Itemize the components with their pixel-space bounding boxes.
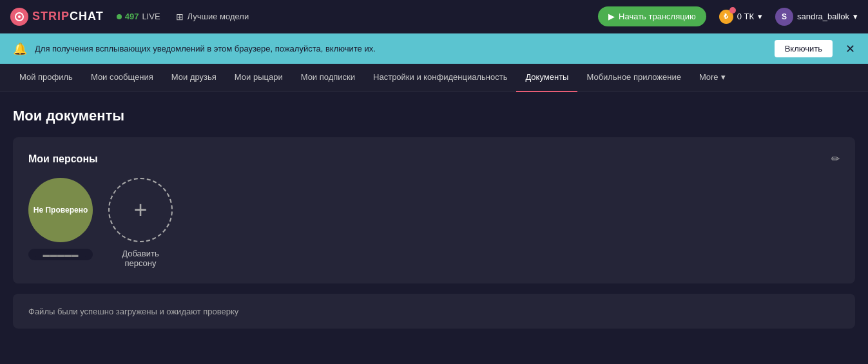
svg-point-1 [18,15,21,18]
username-label: sandra_ballok [797,12,849,21]
top-models-button[interactable]: ⊞ Лучшие модели [176,12,249,22]
page-title: Мои документы [13,108,855,124]
nav: Мой профиль Мои сообщения Мои друзья Мои… [0,64,868,92]
header-right: ▶ Начать трансляцию ₺ 0 ТК ▾ S sandra_ba… [598,6,858,26]
notification-text: Для получения всплывающих уведомлений в … [35,44,767,53]
token-icon: ₺ [719,10,733,24]
token-badge [729,7,736,14]
logo-icon [10,8,28,26]
nav-item-documents[interactable]: Документы [516,64,577,92]
user-button[interactable]: S sandra_ballok ▾ [775,8,858,26]
status-text: Файлы были успешно загружены и ожидают п… [28,307,238,316]
live-badge: 497 LIVE [117,12,160,21]
start-broadcast-label: Начать трансляцию [619,12,696,21]
avatar: S [775,8,793,26]
close-notification-button[interactable]: ✕ [845,42,855,56]
top-models-label: Лучшие модели [188,12,249,21]
nav-item-subscriptions[interactable]: Мои подписки [292,64,364,92]
main-content: Мои документы Мои персоны ✏ Не Проверено… [0,92,868,344]
logo[interactable]: STRIPCHAT [10,8,104,26]
card-header: Мои персоны ✏ [28,153,840,165]
tokens-label: 0 ТК [737,12,754,21]
live-dot [117,14,122,19]
nav-item-messages[interactable]: Мои сообщения [82,64,162,92]
persona-avatar[interactable]: Не Проверено [28,178,93,242]
persona-name: ▬▬▬▬▬ [28,249,93,260]
live-count: 497 [125,12,139,21]
nav-item-settings[interactable]: Настройки и конфиденциальность [364,64,516,92]
enable-notifications-button[interactable]: Включить [775,40,833,57]
status-card: Файлы были успешно загружены и ожидают п… [13,294,855,329]
header: STRIPCHAT 497 LIVE ⊞ Лучшие модели ▶ Нач… [0,0,868,34]
persona-item: Не Проверено ▬▬▬▬▬ [28,178,93,260]
nav-item-knights[interactable]: Мои рыцари [226,64,292,92]
personas-row: Не Проверено ▬▬▬▬▬ + Добавить персону [28,178,840,268]
start-broadcast-button[interactable]: ▶ Начать трансляцию [598,6,706,26]
models-icon: ⊞ [176,12,184,22]
user-chevron-icon: ▾ [853,12,858,21]
add-persona-button[interactable]: + [108,178,173,242]
play-icon: ▶ [608,12,615,21]
personas-card: Мои персоны ✏ Не Проверено ▬▬▬▬▬ + Добав… [13,137,855,283]
nav-item-friends[interactable]: Мои друзья [162,64,226,92]
more-chevron-icon: ▾ [721,72,726,82]
live-label: LIVE [142,12,160,21]
nav-item-more[interactable]: More ▾ [690,64,735,92]
bell-icon: 🔔 [13,42,27,56]
tokens-chevron-icon: ▾ [758,12,762,21]
persona-status-label: Не Проверено [34,206,88,215]
personas-card-title: Мои персоны [28,153,98,165]
edit-icon[interactable]: ✏ [831,153,840,165]
logo-text: STRIPCHAT [32,10,104,23]
notification-bar: 🔔 Для получения всплывающих уведомлений … [0,34,868,64]
add-persona-item: + Добавить персону [108,178,173,268]
nav-item-profile[interactable]: Мой профиль [10,64,82,92]
add-persona-label: Добавить персону [122,249,159,268]
nav-item-mobile-app[interactable]: Мобильное приложение [577,64,690,92]
tokens-button[interactable]: ₺ 0 ТК ▾ [714,7,767,26]
